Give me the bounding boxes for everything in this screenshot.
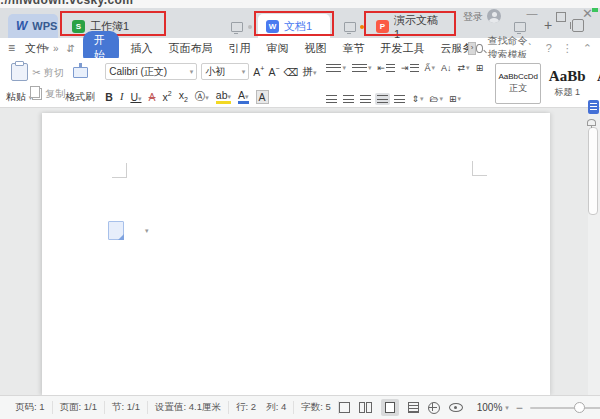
object-dropdown-icon[interactable]: ▾ [145, 227, 149, 235]
status-page-count[interactable]: 页面: 1/1 [53, 401, 106, 414]
align-left-button[interactable] [326, 95, 337, 103]
text-direction-button[interactable]: ⊞ [476, 63, 484, 73]
updown-icon[interactable]: ⇵ [63, 43, 79, 54]
background-webpage-sliver: ://mwdown.vcsky.com [0, 0, 600, 8]
vertical-scrollbar[interactable] [588, 108, 600, 395]
numbered-list-button[interactable]: ▾ [352, 64, 372, 72]
margin-mark-left-icon [112, 163, 127, 178]
zoom-slider-thumb[interactable] [574, 402, 585, 413]
sort-button[interactable]: A↓ [441, 63, 452, 73]
highlight-color-button[interactable]: ab▾ [216, 89, 231, 104]
wps-home-tab[interactable]: W WPS [8, 14, 58, 38]
strikethrough-button[interactable]: A [149, 91, 156, 103]
shading-button[interactable]: 🗁▾ [429, 94, 443, 104]
hamburger-icon[interactable]: ≡ [8, 41, 15, 55]
view-switcher [339, 402, 463, 414]
sync-monitor-icon [231, 22, 243, 32]
status-section[interactable]: 节: 1/1 [105, 401, 148, 414]
copy-button[interactable]: 复制 [32, 87, 65, 101]
paste-button[interactable]: 粘贴 ▾ [6, 62, 32, 105]
line-spacing-button[interactable]: ⇕▾ [411, 94, 423, 104]
login-link[interactable]: 登录 [463, 10, 483, 24]
menu-tab-review[interactable]: 审阅 [259, 41, 297, 56]
two-page-view-icon[interactable] [359, 402, 372, 413]
cut-button[interactable]: ✂ 剪切 [32, 66, 65, 80]
collapse-ribbon-icon[interactable]: ⌃ [578, 42, 600, 55]
style-heading1[interactable]: AaBb 标题 1 [544, 63, 590, 104]
embedded-object-icon[interactable] [108, 221, 124, 240]
fullscreen-view-icon[interactable] [339, 402, 350, 413]
menu-tab-insert[interactable]: 插入 [123, 41, 161, 56]
borders-button[interactable]: ⊞▾ [449, 94, 461, 104]
justify-button[interactable] [375, 93, 390, 105]
search-icon [476, 44, 482, 53]
partial-url-text: ://mwdown.vcsky.com [0, 0, 133, 7]
style-name: 正文 [509, 82, 527, 95]
status-line: 行: 2 [229, 401, 259, 414]
character-shading-button[interactable]: A [256, 90, 269, 104]
status-page-number[interactable]: 页码: 1 [8, 401, 53, 414]
decrease-indent-button[interactable]: ⇤ [377, 63, 395, 73]
status-setting-value[interactable]: 设置值: 4.1厘米 [148, 401, 229, 414]
more-chevron-icon[interactable]: » [49, 43, 63, 54]
italic-button[interactable]: I [120, 91, 124, 102]
style-heading2[interactable]: AaB 标题 [593, 63, 600, 104]
character-scale-button[interactable]: ⇄▾ [458, 63, 470, 73]
ruler-toggle-button[interactable] [588, 100, 599, 114]
style-name: 标题 1 [554, 86, 580, 99]
font-name-select[interactable]: Calibri (正文)▾ [105, 63, 197, 80]
subscript-button[interactable]: x2 [179, 89, 188, 103]
status-word-count[interactable]: 字数: 5 [294, 401, 339, 414]
underline-button[interactable]: U▾ [130, 91, 141, 103]
zoom-level[interactable]: 100% [477, 402, 503, 413]
zoom-slider[interactable] [530, 407, 600, 409]
help-button[interactable]: ? [541, 42, 557, 54]
sync-dot-icon [248, 25, 252, 29]
decrease-font-button[interactable]: A− [268, 65, 279, 78]
style-normal[interactable]: AaBbCcDd 正文 [495, 63, 541, 104]
increase-indent-button[interactable]: ⇥ [401, 63, 419, 73]
print-layout-view-icon[interactable] [381, 399, 399, 416]
background-green-notch [592, 8, 598, 12]
minimize-button[interactable]: — [524, 7, 540, 19]
annotation-box-document [254, 11, 334, 36]
phonetic-guide-button[interactable]: 拼▾ [302, 65, 316, 79]
scrollbar-thumb[interactable] [588, 127, 598, 215]
menu-tab-section[interactable]: 章节 [335, 41, 373, 56]
cut-label: 剪切 [44, 66, 64, 80]
format-painter-button[interactable]: 格式刷 [65, 62, 95, 105]
clear-format-button[interactable]: ⌫ [284, 66, 299, 78]
align-center-button[interactable] [343, 95, 354, 103]
font-color-button[interactable]: A▾ [238, 89, 249, 104]
zoom-controls: 100% ▾ − + [477, 401, 600, 415]
reading-lamp-icon[interactable] [587, 119, 596, 126]
eye-protection-icon[interactable] [449, 403, 463, 412]
menu-tab-view[interactable]: 视图 [297, 41, 335, 56]
cut-copy-group: ✂ 剪切 复制 [32, 62, 65, 105]
text-effects-button[interactable]: Ⓐ▾ [195, 90, 209, 104]
zoom-out-button[interactable]: − [516, 401, 523, 415]
bold-button[interactable]: B [105, 91, 113, 103]
menu-tab-page-layout[interactable]: 页面布局 [161, 41, 221, 56]
asian-layout-button[interactable]: Ấ▾ [425, 63, 436, 73]
ribbon: 粘贴 ▾ ✂ 剪切 复制 格式刷 Calibri (正文)▾ 小初▾ [0, 58, 600, 108]
zoom-dropdown-icon[interactable]: ▾ [505, 404, 509, 412]
distribute-button[interactable] [394, 95, 405, 103]
increase-font-button[interactable]: A+ [253, 65, 264, 78]
more-options-icon[interactable]: ⋮ [557, 42, 578, 55]
new-tab-button[interactable]: + [544, 17, 552, 33]
superscript-button[interactable]: x2 [163, 90, 172, 103]
document-page[interactable]: ▾ [42, 113, 550, 395]
font-size-select[interactable]: 小初▾ [201, 63, 249, 80]
outline-view-icon[interactable] [408, 402, 419, 413]
tab-list-button[interactable] [572, 19, 584, 32]
maximize-button[interactable] [556, 12, 566, 22]
menu-tab-references[interactable]: 引用 [221, 41, 259, 56]
menu-bar: ≡ 文件 ▾ » ⇵ 开始 插入 页面布局 引用 审阅 视图 章节 开发工具 云… [0, 38, 600, 58]
align-right-button[interactable] [360, 95, 371, 103]
paste-label: 粘贴 [6, 91, 26, 102]
avatar[interactable] [487, 9, 501, 23]
menu-tab-developer[interactable]: 开发工具 [373, 41, 433, 56]
web-view-icon[interactable] [428, 402, 440, 414]
bullet-list-button[interactable]: ▾ [326, 64, 346, 72]
